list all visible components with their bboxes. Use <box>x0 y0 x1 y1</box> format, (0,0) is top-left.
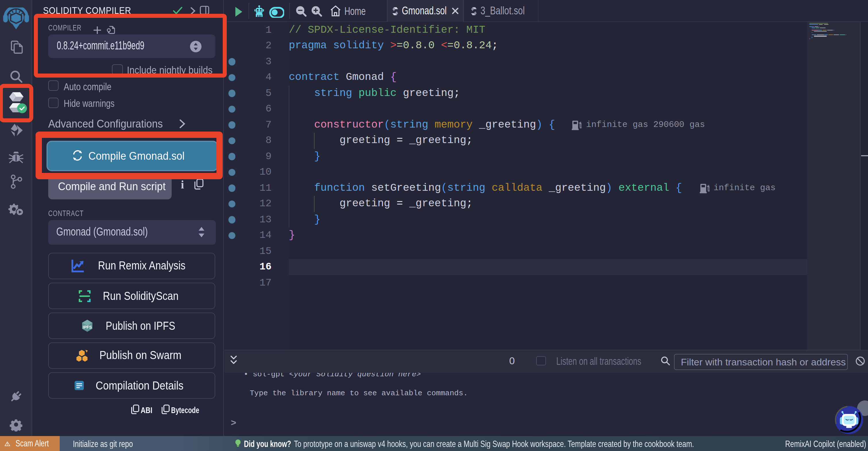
svg-text:IPFS: IPFS <box>83 325 92 330</box>
